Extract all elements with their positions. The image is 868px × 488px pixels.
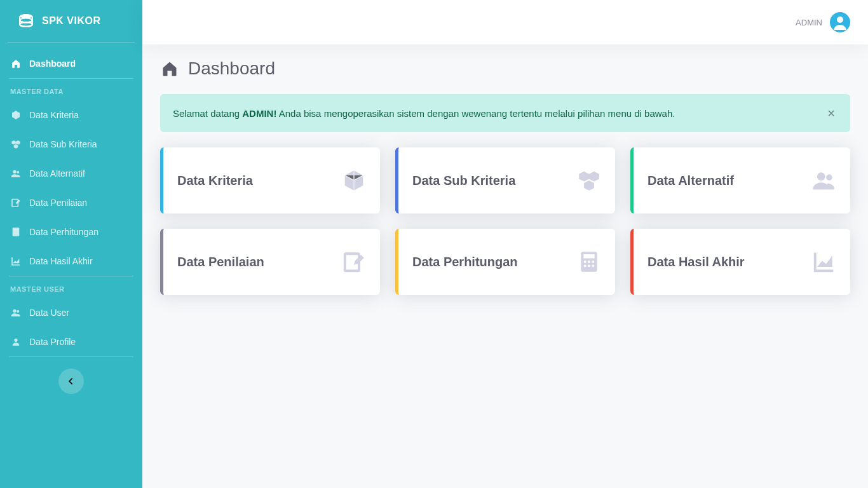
card-data-alternatif[interactable]: Data Alternatif: [630, 147, 850, 214]
cube-icon: [342, 168, 366, 193]
avatar-icon: [830, 12, 850, 32]
sidebar-item-label: Data Kriteria: [29, 110, 79, 120]
database-icon: [17, 11, 36, 30]
welcome-alert: Selamat datang ADMIN! Anda bisa mengoper…: [160, 94, 850, 132]
content: ADMIN Dashboard Selamat datang ADMIN! An…: [142, 0, 868, 488]
nav-heading-master-user: MASTER USER: [0, 276, 142, 298]
card-data-perhitungan[interactable]: Data Perhitungan: [395, 229, 615, 295]
sidebar: SPK VIKOR Dashboard MASTER DATA Data Kri…: [0, 0, 142, 488]
close-icon: ×: [827, 106, 835, 120]
alert-prefix: Selamat datang: [173, 108, 242, 119]
sidebar-item-data-profile[interactable]: Data Profile: [0, 327, 142, 356]
sidebar-toggle-wrap: [0, 357, 142, 405]
page-title: Dashboard: [160, 58, 850, 79]
cubes-icon: [577, 168, 601, 193]
sidebar-item-label: Data Perhitungan: [29, 227, 98, 237]
sidebar-nav: Dashboard MASTER DATA Data Kriteria Data…: [0, 43, 142, 405]
cube-icon: [10, 109, 22, 121]
sidebar-item-label: Data Profile: [29, 337, 76, 347]
brand-text: SPK VIKOR: [42, 15, 101, 27]
alert-strong: ADMIN!: [242, 108, 276, 119]
users-cog-icon: [10, 307, 22, 318]
sidebar-item-data-user[interactable]: Data User: [0, 298, 142, 327]
main: Dashboard Selamat datang ADMIN! Anda bis…: [142, 44, 868, 488]
sidebar-item-data-penilaian[interactable]: Data Penilaian: [0, 188, 142, 217]
home-icon: [10, 58, 22, 69]
sidebar-item-label: Data Sub Kriteria: [29, 139, 97, 149]
card-data-hasil-akhir[interactable]: Data Hasil Akhir: [630, 229, 850, 295]
alert-close-button[interactable]: ×: [825, 104, 837, 122]
sidebar-item-dashboard[interactable]: Dashboard: [0, 49, 142, 78]
card-data-penilaian[interactable]: Data Penilaian: [160, 229, 380, 295]
app-layout: SPK VIKOR Dashboard MASTER DATA Data Kri…: [0, 0, 868, 488]
sidebar-item-label: Dashboard: [29, 58, 76, 69]
card-title: Data Kriteria: [177, 173, 253, 188]
card-data-sub-kriteria[interactable]: Data Sub Kriteria: [395, 147, 615, 214]
sidebar-item-data-sub-kriteria[interactable]: Data Sub Kriteria: [0, 130, 142, 159]
alert-rest: Anda bisa mengoperasikan sistem dengan w…: [276, 108, 675, 119]
users-icon: [812, 168, 836, 193]
sidebar-item-data-alternatif[interactable]: Data Alternatif: [0, 159, 142, 188]
home-icon: [160, 59, 179, 78]
card-title: Data Hasil Akhir: [648, 255, 745, 269]
users-icon: [10, 168, 22, 179]
alert-message: Selamat datang ADMIN! Anda bisa mengoper…: [173, 108, 675, 119]
calculator-icon: [10, 226, 22, 238]
chart-icon: [812, 250, 836, 274]
sidebar-item-data-hasil-akhir[interactable]: Data Hasil Akhir: [0, 247, 142, 276]
dashboard-cards: Data Kriteria Data Sub Kriteria Data Alt…: [160, 147, 850, 295]
nav-heading-master-data: MASTER DATA: [0, 79, 142, 100]
topbar-user-menu[interactable]: ADMIN: [796, 12, 850, 32]
chart-icon: [10, 255, 22, 267]
page-title-text: Dashboard: [188, 58, 275, 79]
chevron-left-icon: [67, 377, 76, 386]
sidebar-item-label: Data Hasil Akhir: [29, 256, 93, 266]
sidebar-item-label: Data Penilaian: [29, 198, 87, 208]
cubes-icon: [10, 139, 22, 150]
brand[interactable]: SPK VIKOR: [8, 0, 135, 43]
sidebar-item-label: Data Alternatif: [29, 168, 85, 179]
card-title: Data Alternatif: [648, 173, 734, 188]
edit-icon: [10, 197, 22, 208]
card-title: Data Penilaian: [177, 255, 264, 269]
user-icon: [10, 336, 22, 348]
card-title: Data Perhitungan: [412, 255, 518, 269]
topbar: ADMIN: [142, 0, 868, 44]
sidebar-item-data-perhitungan[interactable]: Data Perhitungan: [0, 217, 142, 247]
topbar-user-name: ADMIN: [796, 18, 822, 27]
calculator-icon: [577, 250, 601, 274]
edit-icon: [342, 250, 366, 274]
sidebar-item-label: Data User: [29, 308, 69, 318]
card-data-kriteria[interactable]: Data Kriteria: [160, 147, 380, 214]
sidebar-item-data-kriteria[interactable]: Data Kriteria: [0, 100, 142, 130]
card-title: Data Sub Kriteria: [412, 173, 515, 188]
sidebar-collapse-button[interactable]: [58, 369, 84, 394]
